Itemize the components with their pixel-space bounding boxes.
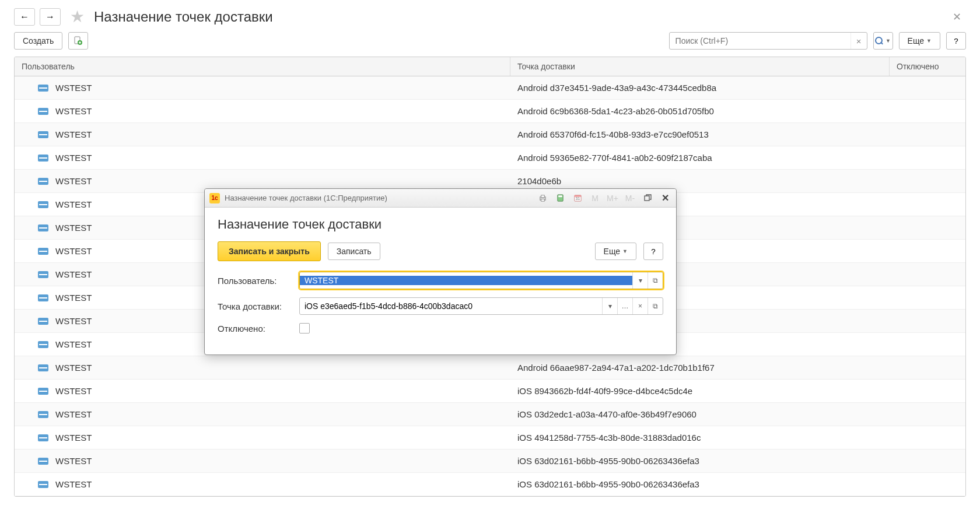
table-row[interactable]: WSTESTAndroid d37e3451-9ade-43a9-a43c-47… bbox=[15, 76, 965, 100]
svg-rect-10 bbox=[645, 196, 649, 201]
column-point[interactable]: Точка доставки bbox=[510, 57, 890, 76]
chevron-down-icon: ▼ bbox=[886, 38, 891, 44]
cell-user: WSTEST bbox=[55, 316, 92, 326]
cell-user: WSTEST bbox=[55, 479, 92, 489]
dropdown-icon[interactable]: ▾ bbox=[632, 272, 648, 289]
open-icon[interactable]: ⧉ bbox=[648, 298, 663, 314]
search-input[interactable] bbox=[670, 36, 850, 45]
cell-point: iOS 8943662b-fd4f-40f9-99ce-d4bce4c5dc4e bbox=[510, 386, 890, 396]
search-dropdown-button[interactable]: ▼ bbox=[873, 32, 893, 50]
table-row[interactable]: WSTESTiOS 8943662b-fd4f-40f9-99ce-d4bce4… bbox=[15, 380, 965, 403]
cell-user: WSTEST bbox=[55, 386, 92, 396]
dialog-window-title: Назначение точек доставки (1С:Предприяти… bbox=[225, 194, 387, 202]
dialog-more-button[interactable]: Еще ▼ bbox=[595, 243, 636, 260]
cell-user: WSTEST bbox=[55, 339, 92, 349]
dropdown-icon[interactable]: ▾ bbox=[602, 298, 617, 314]
cell-point: Android 66aae987-2a94-47a1-a202-1dc70b1b… bbox=[510, 363, 890, 373]
record-icon bbox=[38, 341, 48, 348]
record-icon bbox=[38, 434, 48, 441]
cell-point: Android 65370f6d-fc15-40b8-93d3-e7cc90ef… bbox=[510, 129, 890, 139]
favorite-star-icon[interactable]: ★ bbox=[70, 7, 85, 26]
record-icon bbox=[38, 388, 48, 395]
svg-rect-6 bbox=[558, 195, 562, 197]
page-title: Назначение точек доставки bbox=[94, 9, 273, 25]
record-icon bbox=[38, 458, 48, 465]
dialog-toolbar: Записать и закрыть Записать Еще ▼ ? bbox=[218, 241, 663, 261]
search-icon bbox=[875, 37, 883, 45]
table-row[interactable]: WSTESTAndroid 59365e82-770f-4841-a0b2-60… bbox=[15, 146, 965, 170]
table-row[interactable]: WSTESTAndroid 65370f6d-fc15-40b8-93d3-e7… bbox=[15, 123, 965, 146]
edit-dialog: 1c Назначение точек доставки (1С:Предпри… bbox=[204, 188, 677, 355]
app-1c-icon: 1c bbox=[209, 193, 220, 203]
cell-user: WSTEST bbox=[55, 129, 92, 139]
cell-user: WSTEST bbox=[55, 293, 92, 303]
forward-button[interactable]: → bbox=[40, 8, 61, 26]
header-row: ← → ★ Назначение точек доставки ✕ bbox=[0, 0, 980, 31]
open-icon[interactable]: ⧉ bbox=[648, 272, 663, 289]
chevron-down-icon: ▼ bbox=[926, 38, 932, 44]
ellipsis-icon[interactable]: … bbox=[617, 298, 632, 314]
cell-point: iOS 63d02161-b6bb-4955-90b0-06263436efa3 bbox=[510, 456, 890, 466]
column-user[interactable]: Пользователь bbox=[15, 57, 510, 76]
record-icon bbox=[38, 318, 48, 325]
record-icon bbox=[38, 85, 48, 92]
document-plus-icon bbox=[74, 36, 83, 45]
chevron-down-icon: ▼ bbox=[622, 248, 628, 254]
cell-point: iOS 63d02161-b6bb-4955-90b0-06263436efa3 bbox=[510, 479, 890, 489]
user-field[interactable]: ▾ ⧉ bbox=[299, 272, 663, 289]
svg-rect-3 bbox=[541, 195, 544, 198]
calendar-icon[interactable]: 31 bbox=[571, 192, 584, 205]
user-field-label: Пользователь: bbox=[218, 276, 299, 286]
cell-user: WSTEST bbox=[55, 246, 92, 256]
print-icon[interactable] bbox=[536, 192, 549, 205]
cell-user: WSTEST bbox=[55, 433, 92, 443]
cell-user: WSTEST bbox=[55, 199, 92, 209]
dialog-help-button[interactable]: ? bbox=[643, 243, 663, 260]
window-restore-icon[interactable] bbox=[641, 192, 654, 205]
record-icon bbox=[38, 248, 48, 255]
record-icon bbox=[38, 411, 48, 418]
table-row[interactable]: WSTESTAndroid 6c9b6368-5da1-4c23-ab26-0b… bbox=[15, 100, 965, 123]
save-button[interactable]: Записать bbox=[328, 243, 380, 260]
more-button[interactable]: Еще ▼ bbox=[899, 32, 940, 50]
cell-user: WSTEST bbox=[55, 153, 92, 163]
record-icon bbox=[38, 294, 48, 301]
user-input[interactable] bbox=[300, 276, 632, 285]
search-field[interactable]: × bbox=[669, 32, 867, 50]
disabled-checkbox[interactable] bbox=[299, 323, 310, 334]
close-icon[interactable]: ✕ bbox=[948, 8, 966, 26]
table-row[interactable]: WSTESTiOS 03d2edc1-a03a-4470-af0e-36b49f… bbox=[15, 403, 965, 426]
svg-text:31: 31 bbox=[575, 196, 580, 201]
point-input[interactable] bbox=[300, 301, 602, 311]
m-button[interactable]: M bbox=[589, 192, 601, 205]
record-icon bbox=[38, 201, 48, 208]
table-row[interactable]: WSTESTAndroid 66aae987-2a94-47a1-a202-1d… bbox=[15, 356, 965, 380]
table-row[interactable]: WSTESTiOS 63d02161-b6bb-4955-90b0-062634… bbox=[15, 450, 965, 473]
save-and-close-button[interactable]: Записать и закрыть bbox=[218, 241, 321, 261]
cell-point: iOS 03d2edc1-a03a-4470-af0e-36b49f7e9060 bbox=[510, 409, 890, 419]
dialog-titlebar[interactable]: 1c Назначение точек доставки (1С:Предпри… bbox=[205, 189, 676, 208]
clear-icon[interactable]: × bbox=[632, 298, 648, 314]
point-field-label: Точка доставки: bbox=[218, 301, 299, 311]
cell-user: WSTEST bbox=[55, 409, 92, 419]
cell-user: WSTEST bbox=[55, 269, 92, 279]
calculator-icon[interactable] bbox=[554, 192, 566, 205]
table-row[interactable]: WSTESTiOS 4941258d-7755-4c3b-80de-31883d… bbox=[15, 426, 965, 450]
table-row[interactable]: WSTESTiOS 63d02161-b6bb-4955-90b0-062634… bbox=[15, 473, 965, 496]
record-icon bbox=[38, 364, 48, 371]
record-icon bbox=[38, 271, 48, 278]
m-minus-button[interactable]: M- bbox=[624, 192, 636, 205]
point-field[interactable]: ▾ … × ⧉ bbox=[299, 297, 663, 315]
cell-user: WSTEST bbox=[55, 83, 92, 93]
search-clear-icon[interactable]: × bbox=[850, 33, 867, 49]
cell-user: WSTEST bbox=[55, 223, 92, 233]
column-off[interactable]: Отключено bbox=[890, 57, 965, 76]
create-button[interactable]: Создать bbox=[14, 32, 62, 50]
toolbar: Создать × ▼ Еще ▼ ? bbox=[0, 31, 980, 57]
dialog-close-icon[interactable]: ✕ bbox=[659, 192, 671, 205]
table-header: Пользователь Точка доставки Отключено bbox=[15, 57, 965, 76]
help-button[interactable]: ? bbox=[946, 32, 966, 50]
back-button[interactable]: ← bbox=[14, 8, 35, 26]
copy-create-button[interactable] bbox=[68, 32, 88, 50]
m-plus-button[interactable]: M+ bbox=[606, 192, 619, 205]
